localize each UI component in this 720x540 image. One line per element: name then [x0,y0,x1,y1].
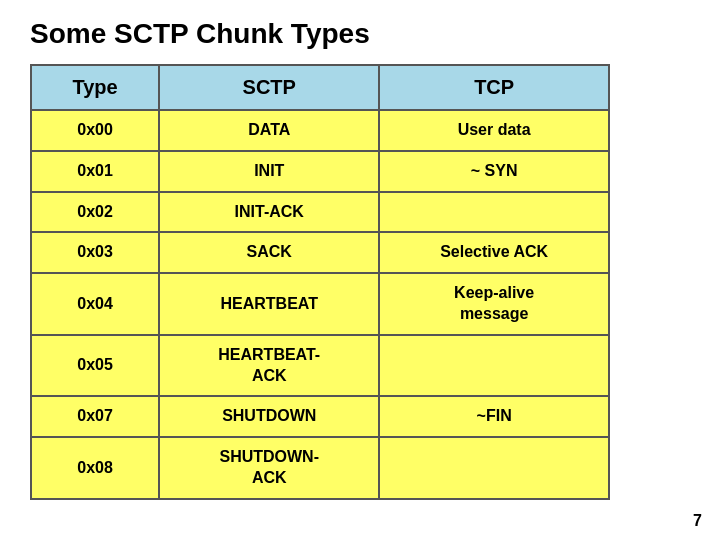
cell-type: 0x07 [31,396,159,437]
table-row: 0x03SACKSelective ACK [31,232,609,273]
chunk-types-table: Type SCTP TCP 0x00DATAUser data0x01INIT~… [30,64,610,500]
cell-sctp: SHUTDOWN-ACK [159,437,379,499]
table-row: 0x01INIT~ SYN [31,151,609,192]
table-row: 0x04HEARTBEATKeep-alivemessage [31,273,609,335]
col-header-type: Type [31,65,159,110]
cell-type: 0x05 [31,335,159,397]
cell-sctp: SACK [159,232,379,273]
table-row: 0x05HEARTBEAT-ACK [31,335,609,397]
page-number: 7 [693,512,702,530]
cell-tcp: ~FIN [379,396,609,437]
cell-tcp: Selective ACK [379,232,609,273]
cell-sctp: SHUTDOWN [159,396,379,437]
cell-sctp: INIT [159,151,379,192]
cell-tcp [379,192,609,233]
cell-type: 0x02 [31,192,159,233]
col-header-tcp: TCP [379,65,609,110]
table-wrapper: Type SCTP TCP 0x00DATAUser data0x01INIT~… [0,64,720,500]
cell-type: 0x04 [31,273,159,335]
cell-tcp: User data [379,110,609,151]
cell-tcp: ~ SYN [379,151,609,192]
cell-sctp: DATA [159,110,379,151]
cell-type: 0x01 [31,151,159,192]
cell-sctp: HEARTBEAT-ACK [159,335,379,397]
cell-tcp [379,437,609,499]
cell-tcp [379,335,609,397]
col-header-sctp: SCTP [159,65,379,110]
cell-sctp: HEARTBEAT [159,273,379,335]
table-row: 0x08SHUTDOWN-ACK [31,437,609,499]
table-row: 0x02INIT-ACK [31,192,609,233]
page-title: Some SCTP Chunk Types [0,0,720,64]
cell-type: 0x00 [31,110,159,151]
cell-sctp: INIT-ACK [159,192,379,233]
table-row: 0x07SHUTDOWN~FIN [31,396,609,437]
cell-type: 0x03 [31,232,159,273]
cell-type: 0x08 [31,437,159,499]
table-row: 0x00DATAUser data [31,110,609,151]
cell-tcp: Keep-alivemessage [379,273,609,335]
